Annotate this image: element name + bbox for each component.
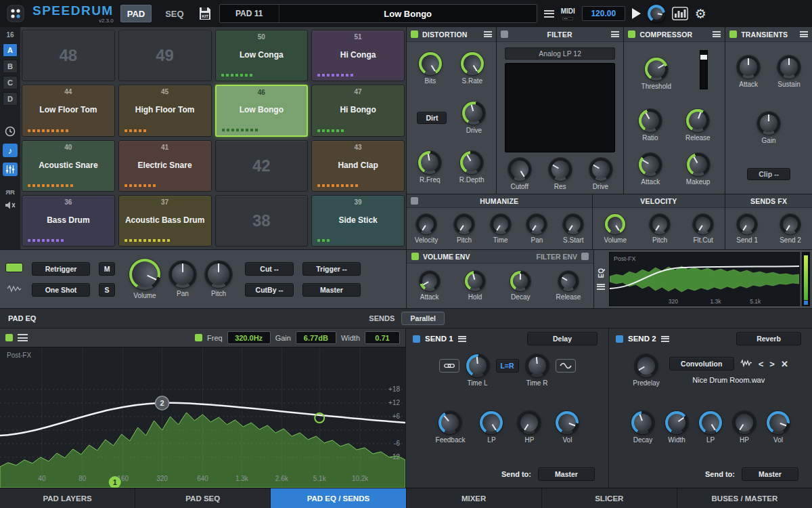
gain-value-field[interactable]: 6.77dB [296, 331, 336, 344]
feedback-knob[interactable] [438, 411, 461, 434]
main-menu-icon[interactable] [544, 10, 554, 18]
time-r-knob[interactable] [526, 354, 549, 377]
tab-pad-seq[interactable]: PAD SEQ [135, 488, 271, 508]
send2-menu-icon[interactable] [661, 336, 669, 342]
predelay-knob[interactable] [635, 354, 658, 377]
link-icon[interactable] [439, 359, 459, 373]
tab-buses-master[interactable]: BUSES / MASTER [677, 488, 812, 508]
send1-enable-checkbox[interactable] [413, 335, 420, 343]
send2-vol-knob[interactable] [767, 411, 790, 434]
trigger-button[interactable]: Trigger -- [302, 262, 361, 276]
tab-mixer[interactable]: MIXER [407, 488, 542, 508]
lfo-shape-icon[interactable] [556, 359, 576, 373]
env-decay-knob[interactable] [510, 271, 531, 291]
tab-slicer[interactable]: SLICER [542, 488, 677, 508]
levels-meter-icon[interactable] [672, 7, 688, 20]
pad-36-bass-drum[interactable]: 36 Bass Drum [22, 195, 115, 247]
send1-vol-knob[interactable] [556, 411, 579, 434]
srate-knob[interactable] [461, 52, 484, 75]
prev-ir-icon[interactable]: < [759, 360, 764, 368]
pad-39-side-stick[interactable]: 39 Side Stick [311, 195, 405, 247]
rfreq-knob[interactable] [418, 151, 441, 174]
ratio-knob[interactable] [639, 109, 662, 132]
send2-enable-checkbox[interactable] [616, 335, 623, 343]
send1-dest-button[interactable]: Master [538, 467, 595, 481]
trans-attack-knob[interactable] [737, 56, 760, 79]
velocity-fltcut-knob[interactable] [693, 214, 713, 234]
send2-hp-knob[interactable] [733, 411, 756, 434]
output-master-button[interactable]: Master [302, 283, 361, 297]
threshold-knob[interactable] [645, 58, 668, 81]
eq-node-2-handle[interactable]: 2 [156, 396, 169, 410]
mute-button[interactable]: M [99, 262, 115, 276]
tab-pad-layers[interactable]: PAD LAYERS [0, 488, 135, 508]
trans-gain-knob[interactable] [757, 112, 780, 135]
velocity-pitch-knob[interactable] [650, 214, 670, 234]
eq-mini-menu-icon[interactable] [597, 284, 605, 290]
clock-icon[interactable] [3, 125, 18, 138]
pad-45-high-floor-tom[interactable]: 45 High Floor Tom [118, 85, 212, 136]
sliders-icon[interactable] [3, 163, 18, 176]
gear-icon[interactable]: ⚙ [695, 7, 706, 20]
pad-47-hi-bongo[interactable]: 47 Hi Bongo [311, 85, 405, 136]
cut-button[interactable]: Cut -- [245, 262, 294, 276]
pad-51-hi-conga[interactable]: 51 Hi Conga [311, 30, 405, 81]
send1-hp-knob[interactable] [518, 411, 541, 434]
humanize-velocity-knob[interactable] [416, 214, 436, 234]
tab-seq[interactable]: SEQ [158, 5, 190, 22]
humanize-time-knob[interactable] [491, 214, 511, 234]
round-robin-toggle[interactable]: ЯR [5, 188, 15, 196]
pad-48[interactable]: 48 [22, 30, 115, 81]
one-shot-button[interactable]: One Shot [32, 283, 90, 297]
bank-b-button[interactable]: B [3, 60, 18, 73]
comp-attack-knob[interactable] [639, 153, 662, 176]
pad-44-low-floor-tom[interactable]: 44 Low Floor Tom [22, 85, 115, 136]
bank-d-button[interactable]: D [3, 92, 18, 106]
dirt-mode-button[interactable]: Dirt [417, 112, 447, 124]
compressor-enable-checkbox[interactable] [628, 30, 635, 38]
eq-graph[interactable]: Post-FX 40 80 160 320 640 1.3k 2.6k [0, 347, 405, 488]
pad-37-acoustic-bass-drum[interactable]: 37 Acoustic Bass Drum [118, 195, 212, 247]
pad-46-low-bongo-selected[interactable]: 46 Low Bongo [215, 85, 309, 136]
humanize-enable-checkbox[interactable] [411, 197, 418, 205]
send2-lp-knob[interactable] [699, 411, 722, 434]
humanize-pitch-knob[interactable] [454, 214, 474, 234]
reverb-width-knob[interactable] [665, 411, 688, 434]
play-button[interactable] [632, 8, 641, 19]
master-volume-knob[interactable] [648, 5, 665, 22]
next-ir-icon[interactable]: > [769, 360, 775, 368]
width-value-field[interactable]: 0.71 [365, 331, 400, 344]
send2-dest-button[interactable]: Master [742, 467, 798, 481]
pad-display[interactable]: PAD 11 Low Bongo [219, 4, 537, 23]
makeup-knob[interactable] [687, 153, 710, 176]
env-attack-knob[interactable] [420, 271, 440, 291]
time-l-knob[interactable] [466, 354, 489, 377]
distortion-enable-checkbox[interactable] [411, 30, 418, 38]
filter-type-dropdown[interactable]: Analog LP 12 [505, 47, 616, 60]
send1-lp-knob[interactable] [480, 411, 503, 434]
res-knob[interactable] [549, 158, 572, 181]
lr-link-button[interactable]: L=R [496, 359, 519, 373]
pad-49[interactable]: 49 [118, 30, 212, 81]
pad-pitch-knob[interactable] [205, 261, 232, 288]
humanize-pan-knob[interactable] [526, 214, 547, 234]
parallel-toggle-button[interactable]: Parallel [401, 312, 445, 325]
pad-38[interactable]: 38 [215, 195, 309, 247]
cutoff-knob[interactable] [508, 158, 531, 181]
distortion-menu-icon[interactable] [484, 31, 492, 37]
music-note-icon[interactable]: ♪ [3, 144, 18, 157]
filter-enable-checkbox[interactable] [501, 30, 508, 38]
filter-env-enable-checkbox[interactable] [581, 253, 589, 260]
pad-pan-knob[interactable] [169, 261, 196, 288]
send2-amount-knob[interactable] [780, 214, 800, 234]
bank-c-button[interactable]: C [3, 76, 18, 89]
clip-button[interactable]: Clip -- [747, 168, 790, 180]
send2-fx-type-button[interactable]: Reverb [736, 332, 801, 345]
bank-a-button[interactable]: A [3, 43, 18, 57]
ir-wave-icon[interactable] [740, 359, 752, 368]
comp-release-knob[interactable] [686, 109, 709, 132]
ir-file-name[interactable]: Nice Drum Room.wav [692, 376, 765, 384]
transients-menu-icon[interactable] [800, 31, 808, 37]
filter-env-title[interactable]: FILTER ENV [537, 253, 577, 261]
eq-band-enable-checkbox[interactable] [195, 334, 202, 341]
